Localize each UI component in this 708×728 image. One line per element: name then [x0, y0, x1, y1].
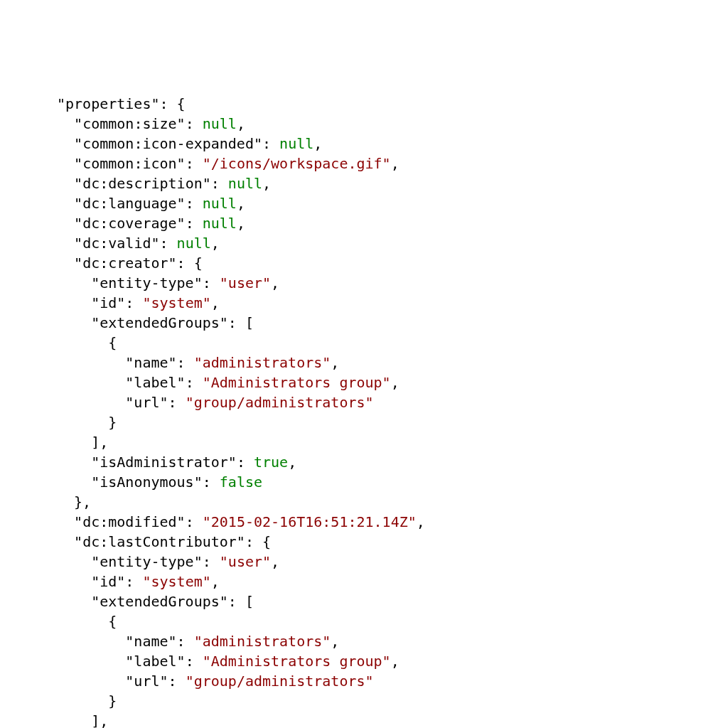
json-code-block: "properties": { "common:size": null, "co… [57, 94, 708, 728]
